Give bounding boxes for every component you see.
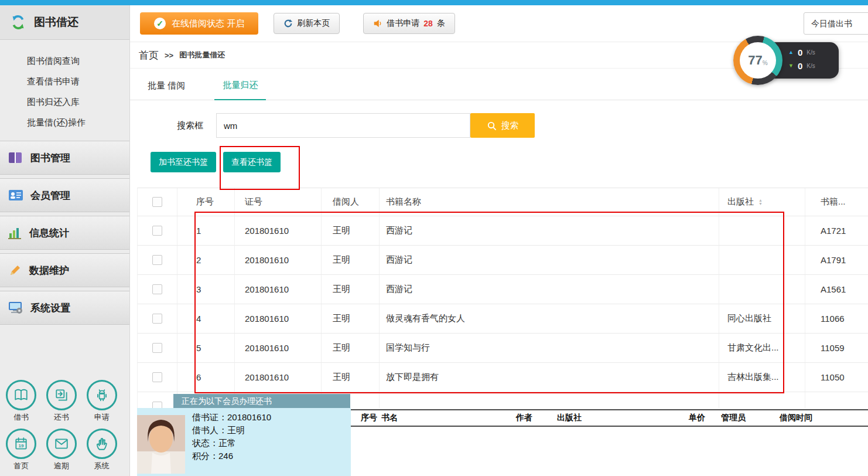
cell-seq: 3 bbox=[177, 275, 235, 304]
online-status-button[interactable]: ✓ 在线借阅状态 开启 bbox=[140, 12, 258, 35]
cell-publisher: 同心出版社 bbox=[719, 304, 805, 333]
shortcut-label: 首页 bbox=[13, 461, 29, 471]
sidebar-item-borrow-query[interactable]: 图书借阅查询 bbox=[0, 50, 129, 71]
cell-seq: 6 bbox=[177, 363, 235, 392]
header-title: 书籍名称 bbox=[380, 188, 719, 216]
stats-icon bbox=[8, 226, 22, 239]
cell-code: A1791 bbox=[805, 246, 868, 274]
cell-card: 201801610 bbox=[235, 334, 322, 362]
member-status-line: 状态：正常 bbox=[192, 437, 271, 450]
cell-title: 放下即是拥有 bbox=[380, 363, 719, 392]
cell-title: 西游记 bbox=[380, 216, 719, 245]
shortcut-borrow-book[interactable]: 借书 bbox=[1, 380, 42, 423]
member-card-line: 借书证：201801610 bbox=[192, 411, 271, 424]
member-points-label: 积分： bbox=[192, 451, 218, 461]
refresh-page-button[interactable]: 刷新本页 bbox=[274, 13, 340, 34]
sidebar-item-batch-operation[interactable]: 批量借(还)操作 bbox=[0, 112, 129, 132]
envelope-icon bbox=[46, 429, 77, 459]
svg-text:19: 19 bbox=[19, 443, 25, 448]
sidebar-section-label: 信息统计 bbox=[29, 226, 69, 240]
member-card-label: 借书证： bbox=[192, 412, 227, 422]
shortcut-overdue[interactable]: 逾期 bbox=[42, 429, 82, 471]
sort-icon[interactable]: ▲▼ bbox=[758, 199, 763, 206]
cell-card: 201801610 bbox=[235, 246, 322, 274]
tab-batch-borrow[interactable]: 批量 借阅 bbox=[139, 80, 193, 100]
calendar-icon: 19 bbox=[6, 429, 36, 459]
row-checkbox[interactable] bbox=[152, 314, 162, 324]
cell-publisher: 吉林出版集... bbox=[719, 363, 805, 392]
book-icon bbox=[8, 151, 23, 165]
row-checkbox[interactable] bbox=[152, 284, 162, 294]
header-publisher-label: 出版社 bbox=[727, 196, 754, 208]
borrow-applications-button[interactable]: 借书申请28条 bbox=[363, 13, 455, 34]
up-arrow-icon: ▲ bbox=[788, 50, 794, 55]
main-content: ✓ 在线借阅状态 开启 刷新本页 借书申请28条 今日借出书 77 bbox=[130, 5, 868, 476]
select-all-checkbox[interactable] bbox=[152, 197, 162, 207]
down-arrow-icon: ▼ bbox=[788, 63, 794, 69]
sidebar-section-statistics[interactable]: 信息统计 bbox=[0, 216, 129, 250]
member-status-value: 正常 bbox=[218, 438, 236, 448]
cell-seq: 1 bbox=[177, 216, 235, 245]
return-table-header: 序号 书名 作者 出版社 单价 管理员 借阅时间 bbox=[351, 409, 868, 427]
search-input[interactable] bbox=[216, 113, 470, 138]
sidebar-section-member-management[interactable]: 会员管理 bbox=[0, 178, 129, 212]
sidebar-section-label: 系统设置 bbox=[30, 301, 70, 315]
breadcrumb-home[interactable]: 首页 bbox=[139, 49, 159, 62]
sidebar-header: 图书借还 bbox=[0, 5, 129, 40]
sidebar-section-label: 会员管理 bbox=[30, 189, 70, 202]
shortcut-label: 还书 bbox=[54, 412, 69, 423]
borrow-book-icon bbox=[6, 380, 36, 410]
search-button[interactable]: 搜索 bbox=[470, 113, 535, 138]
sidebar-section-system-settings[interactable]: 系统设置 bbox=[0, 291, 129, 325]
member-panel-title: 正在为以下会员办理还书 bbox=[173, 394, 350, 408]
online-status-label: 在线借阅状态 开启 bbox=[172, 18, 244, 29]
shortcut-home[interactable]: 19 首页 bbox=[1, 429, 42, 471]
return-header-title: 书名 bbox=[381, 413, 398, 423]
shortcut-label: 逾期 bbox=[54, 461, 69, 471]
table-row: 2 201801610 王明 西游记 A1791 bbox=[138, 246, 868, 275]
basket-actions: 加书至还书篮 查看还书篮 bbox=[130, 152, 868, 172]
percent-gauge: 77 % bbox=[733, 36, 782, 85]
member-name-value: 王明 bbox=[227, 425, 245, 435]
sidebar-item-return-storage[interactable]: 图书归还入库 bbox=[0, 91, 129, 112]
pencil-icon bbox=[8, 263, 22, 277]
add-to-return-basket-button[interactable]: 加书至还书篮 bbox=[151, 152, 216, 172]
cell-code: 11059 bbox=[805, 334, 868, 362]
cell-card: 201801610 bbox=[235, 216, 322, 245]
cell-title: 西游记 bbox=[380, 246, 719, 274]
cell-title: 做灵魂有香气的女人 bbox=[380, 304, 719, 333]
shortcut-return-book[interactable]: 还书 bbox=[42, 380, 82, 423]
sidebar-item-view-applications[interactable]: 查看借书申请 bbox=[0, 71, 129, 91]
return-books-table: 序号 书名 作者 出版社 单价 管理员 借阅时间 bbox=[351, 408, 868, 476]
cell-title: 国学知与行 bbox=[380, 334, 719, 362]
row-checkbox[interactable] bbox=[152, 226, 162, 236]
sidebar-section-data-maintenance[interactable]: 数据维护 bbox=[0, 253, 129, 287]
member-points-line: 积分：246 bbox=[192, 450, 271, 463]
shortcut-apply[interactable]: 申请 bbox=[81, 380, 122, 423]
row-checkbox[interactable] bbox=[152, 372, 162, 382]
upload-unit: K/s bbox=[807, 49, 815, 56]
app-window: 图书借还 图书借阅查询 查看借书申请 图书归还入库 批量借(还)操作 图书管理 bbox=[0, 0, 868, 476]
sidebar-title: 图书借还 bbox=[34, 15, 78, 30]
cell-borrower: 王明 bbox=[322, 363, 380, 392]
today-lent-box[interactable]: 今日借出书 bbox=[804, 12, 868, 35]
upload-value: 0 bbox=[798, 47, 802, 57]
cell-borrower: 王明 bbox=[322, 304, 380, 333]
row-checkbox[interactable] bbox=[152, 343, 162, 353]
row-checkbox[interactable] bbox=[152, 255, 162, 265]
apply-count: 28 bbox=[423, 19, 433, 28]
return-header-seq: 序号 bbox=[361, 413, 377, 423]
return-header-price: 单价 bbox=[689, 413, 705, 423]
return-header-time: 借阅时间 bbox=[780, 413, 812, 423]
shortcut-label: 申请 bbox=[94, 412, 110, 423]
books-table: 序号 证号 借阅人 书籍名称 出版社 ▲▼ 书籍... 1 201801610 … bbox=[137, 188, 868, 421]
shortcut-system[interactable]: 系统 bbox=[81, 429, 122, 471]
view-return-basket-button[interactable]: 查看还书篮 bbox=[223, 152, 281, 172]
apply-prefix: 借书申请 bbox=[387, 18, 419, 29]
sidebar-section-book-management[interactable]: 图书管理 bbox=[0, 141, 129, 175]
cell-title: 西游记 bbox=[380, 275, 719, 304]
table-row: 1 201801610 王明 西游记 A1721 bbox=[138, 216, 868, 246]
tab-batch-return[interactable]: 批量归还 bbox=[214, 80, 266, 100]
cell-borrower: 王明 bbox=[322, 216, 380, 245]
cell-seq: 2 bbox=[177, 246, 235, 274]
